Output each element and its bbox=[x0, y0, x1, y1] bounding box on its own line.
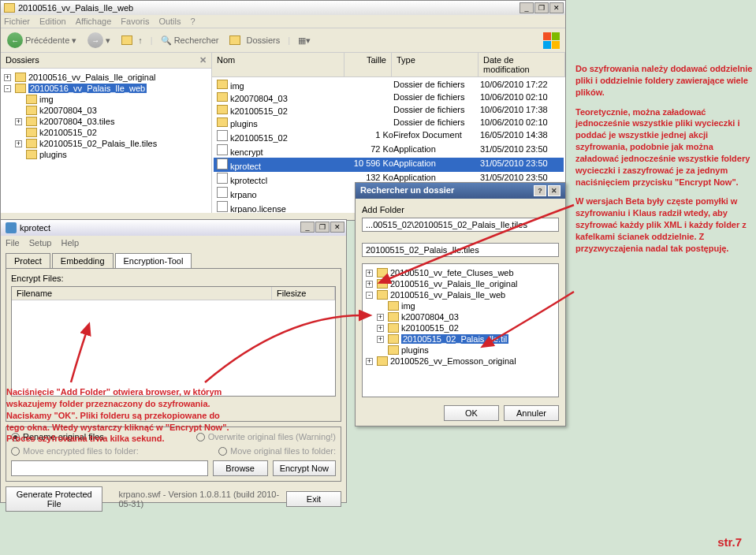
version-label: krpano.swf - Version 1.0.8.11 (build 201… bbox=[118, 490, 286, 508]
tree-item[interactable]: k20070804_03 bbox=[4, 105, 208, 116]
kprotect-icon bbox=[6, 222, 17, 233]
kprotect-title: kprotect bbox=[20, 223, 50, 233]
explorer-titlebar[interactable]: 20100516_vv_Palais_Ile_web _ ❐ ✕ bbox=[1, 1, 565, 15]
dialog-label: Add Folder bbox=[362, 205, 559, 214]
close-button[interactable]: ✕ bbox=[330, 222, 344, 233]
generate-button[interactable]: Generate Protected File bbox=[6, 486, 102, 512]
menu-outils[interactable]: Outils bbox=[158, 17, 181, 26]
tree-item[interactable]: +20100516_vv_Palais_Ile_original bbox=[366, 278, 555, 289]
tree-item[interactable]: +20100510_vv_fete_Cluses_web bbox=[366, 267, 555, 278]
menu-help[interactable]: ? bbox=[191, 17, 196, 26]
encrypt-file-list[interactable]: Filename Filesize bbox=[11, 286, 336, 397]
dialog-titlebar[interactable]: Rechercher un dossier ?✕ bbox=[356, 183, 565, 199]
kprotect-footer: Generate Protected File krpano.swf - Ver… bbox=[6, 486, 341, 512]
kprotect-titlebar[interactable]: kprotect _ ❐ ✕ bbox=[1, 220, 346, 236]
cancel-button[interactable]: Annuler bbox=[504, 405, 559, 421]
tab-encryption[interactable]: Encryption-Tool bbox=[115, 253, 192, 268]
close-panel-icon[interactable]: ✕ bbox=[199, 55, 207, 65]
maximize-button[interactable]: ❐ bbox=[534, 2, 549, 13]
file-row[interactable]: k20100515_02Dossier de fichiers10/06/201… bbox=[214, 104, 564, 117]
dialog-close-button[interactable]: ✕ bbox=[548, 185, 560, 196]
tab-protect[interactable]: Protect bbox=[6, 253, 50, 268]
tree-item[interactable]: k20100515_02 bbox=[4, 127, 208, 138]
menu-help[interactable]: Help bbox=[61, 238, 79, 248]
kprotect-tabs: Protect Embedding Encryption-Tool bbox=[6, 253, 341, 268]
tab-embedding[interactable]: Embedding bbox=[52, 253, 114, 268]
windows-logo-icon bbox=[543, 32, 562, 48]
tree-item[interactable]: +k20100515_02 bbox=[366, 322, 555, 333]
search-button[interactable]: 🔍 Rechercher bbox=[158, 34, 222, 47]
page-number: str.7 bbox=[717, 535, 742, 549]
tree-item[interactable]: -20100516_vv_Palais_Ile_web bbox=[366, 289, 555, 300]
radio-move-enc[interactable]: Move encrypted files to folder: bbox=[11, 446, 139, 456]
tree-panel-title: Dossiers bbox=[6, 55, 39, 65]
up-button[interactable]: ↑ bbox=[118, 34, 146, 47]
menu-favoris[interactable]: Favoris bbox=[121, 17, 149, 26]
file-row[interactable]: imgDossier de fichiers10/06/2010 17:22 bbox=[214, 79, 564, 91]
tree-item[interactable]: img bbox=[366, 300, 555, 311]
file-row[interactable]: pluginsDossier de fichiers10/06/2010 02:… bbox=[214, 117, 564, 129]
browse-button[interactable]: Browse bbox=[213, 460, 268, 476]
file-row[interactable]: kencrypt72 KoApplication31/05/2010 23:50 bbox=[214, 143, 564, 158]
menu-file[interactable]: File bbox=[6, 238, 20, 248]
encrypt-files-label: Encrypt Files: bbox=[11, 274, 336, 283]
view-button[interactable]: ▦▾ bbox=[295, 34, 314, 47]
folder-icon bbox=[4, 3, 15, 13]
maximize-button[interactable]: ❐ bbox=[315, 222, 330, 233]
ok-button[interactable]: OK bbox=[444, 405, 499, 421]
dialog-folder-tree[interactable]: +20100510_vv_fete_Cluses_web+20100516_vv… bbox=[362, 263, 559, 397]
tree-item[interactable]: +20100516_vv_Palais_Ile_original bbox=[4, 72, 208, 83]
folder-tree-panel: Dossiers✕ +20100516_vv_Palais_Ile_origin… bbox=[1, 53, 212, 213]
tree-item[interactable]: +20100526_vv_Emosson_original bbox=[366, 356, 555, 367]
minimize-button[interactable]: _ bbox=[300, 222, 315, 233]
dialog-path2[interactable]: 20100515_02_Palais_Ile.tiles bbox=[362, 243, 559, 257]
file-row[interactable]: k20070804_03Dossier de fichiers10/06/201… bbox=[214, 91, 564, 104]
folder-path-input[interactable] bbox=[11, 460, 208, 476]
tree-item[interactable]: +k20070804_03.tiles bbox=[4, 116, 208, 127]
radio-move-orig[interactable]: Move original files to folder: bbox=[218, 446, 336, 456]
dialog-help-button[interactable]: ? bbox=[534, 185, 546, 196]
explorer-toolbar: ←Précédente ▾ → ▾ ↑ | 🔍 Rechercher Dossi… bbox=[1, 28, 565, 53]
tree-item[interactable]: +k20070804_03 bbox=[366, 311, 555, 322]
file-row[interactable]: kprotect10 596 KoApplication31/05/2010 2… bbox=[214, 158, 564, 172]
tree-item[interactable]: +k20100515_02_Palais_Ile.tiles bbox=[4, 138, 208, 149]
kprotect-menu: File Setup Help bbox=[1, 236, 346, 250]
menu-setup[interactable]: Setup bbox=[29, 238, 52, 248]
annotation-left: Naciśnięcie "Add Folder" otwiera browser… bbox=[6, 386, 230, 445]
exit-button[interactable]: Exit bbox=[286, 491, 341, 507]
folders-button[interactable]: Dossiers bbox=[226, 34, 283, 47]
menu-fichier[interactable]: Fichier bbox=[4, 17, 30, 26]
dialog-path1: ...00515_02\20100515_02_Palais_Ile.tiles bbox=[362, 218, 559, 232]
browse-folder-dialog: Rechercher un dossier ?✕ Add Folder ...0… bbox=[355, 182, 566, 426]
menu-edition[interactable]: Edition bbox=[39, 17, 66, 26]
file-row[interactable]: k20100515_021 KoFirefox Document16/05/20… bbox=[214, 129, 564, 143]
minimize-button[interactable]: _ bbox=[520, 2, 534, 13]
encrypt-now-button[interactable]: Encrypt Now bbox=[273, 460, 336, 476]
list-header[interactable]: Nom Taille Type Date de modification bbox=[212, 53, 565, 77]
explorer-menubar: Fichier Edition Affichage Favoris Outils… bbox=[1, 15, 565, 28]
window-title: 20100516_vv_Palais_Ile_web bbox=[18, 3, 133, 13]
tree-item[interactable]: img bbox=[4, 94, 208, 105]
annotation-right: Do szyfrowania należy dodawać oddzielnie… bbox=[575, 63, 753, 263]
tree-item[interactable]: plugins bbox=[4, 149, 208, 160]
menu-affichage[interactable]: Affichage bbox=[76, 17, 112, 26]
close-button[interactable]: ✕ bbox=[549, 2, 564, 13]
tree-item[interactable]: plugins bbox=[366, 345, 555, 356]
forward-button[interactable]: → ▾ bbox=[84, 31, 114, 50]
tree-item[interactable]: +20100515_02_Palais_Ile.til bbox=[366, 333, 555, 345]
kprotect-window: kprotect _ ❐ ✕ File Setup Help Protect E… bbox=[0, 219, 347, 503]
back-button[interactable]: ←Précédente ▾ bbox=[4, 31, 80, 50]
tree-item[interactable]: -20100516_vv_Palais_Ile_web bbox=[4, 83, 208, 94]
